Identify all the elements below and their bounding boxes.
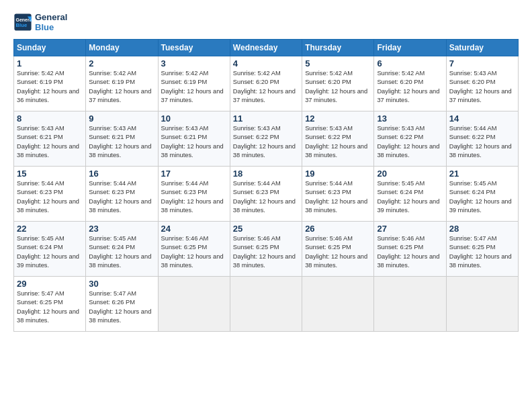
page: General Blue General Blue SundayMondayTu… — [0, 0, 532, 411]
calendar-body: 1Sunrise: 5:42 AMSunset: 6:19 PMDaylight… — [14, 56, 519, 332]
calendar-cell: 21Sunrise: 5:45 AMSunset: 6:24 PMDayligh… — [446, 167, 518, 222]
logo: General Blue General Blue — [13, 12, 67, 32]
day-info: Sunrise: 5:42 AMSunset: 6:19 PMDaylight:… — [161, 69, 227, 105]
calendar-cell: 13Sunrise: 5:43 AMSunset: 6:22 PMDayligh… — [374, 111, 446, 167]
weekday-header-wednesday: Wednesday — [230, 40, 302, 56]
calendar-cell — [158, 277, 230, 332]
header: General Blue General Blue — [13, 12, 519, 32]
day-info: Sunrise: 5:43 AMSunset: 6:21 PMDaylight:… — [17, 124, 83, 161]
day-number: 1 — [17, 58, 83, 68]
day-info: Sunrise: 5:45 AMSunset: 6:24 PMDaylight:… — [449, 179, 515, 216]
logo-icon: General Blue — [13, 13, 32, 32]
day-info: Sunrise: 5:43 AMSunset: 6:22 PMDaylight:… — [305, 124, 371, 161]
day-info: Sunrise: 5:46 AMSunset: 6:25 PMDaylight:… — [161, 234, 227, 271]
calendar-cell: 22Sunrise: 5:45 AMSunset: 6:24 PMDayligh… — [14, 222, 86, 277]
day-number: 19 — [305, 169, 371, 179]
day-info: Sunrise: 5:43 AMSunset: 6:20 PMDaylight:… — [449, 69, 515, 105]
day-info: Sunrise: 5:43 AMSunset: 6:21 PMDaylight:… — [161, 124, 227, 161]
day-number: 24 — [161, 224, 227, 234]
day-info: Sunrise: 5:42 AMSunset: 6:20 PMDaylight:… — [305, 69, 371, 105]
calendar-cell: 3Sunrise: 5:42 AMSunset: 6:19 PMDaylight… — [158, 56, 230, 111]
day-number: 13 — [377, 113, 443, 124]
weekday-header-saturday: Saturday — [446, 40, 518, 56]
day-number: 29 — [17, 279, 83, 289]
day-number: 9 — [89, 113, 154, 124]
weekday-header-monday: Monday — [86, 40, 158, 56]
day-info: Sunrise: 5:46 AMSunset: 6:25 PMDaylight:… — [377, 234, 443, 271]
day-number: 27 — [377, 224, 443, 234]
day-number: 3 — [161, 58, 227, 68]
day-info: Sunrise: 5:44 AMSunset: 6:23 PMDaylight:… — [89, 179, 154, 216]
calendar-cell — [230, 277, 302, 332]
day-number: 18 — [233, 169, 299, 179]
calendar-cell: 19Sunrise: 5:44 AMSunset: 6:23 PMDayligh… — [302, 167, 374, 222]
calendar-cell: 14Sunrise: 5:44 AMSunset: 6:22 PMDayligh… — [446, 111, 518, 167]
calendar-cell: 29Sunrise: 5:47 AMSunset: 6:25 PMDayligh… — [14, 277, 86, 332]
logo-text: General Blue — [35, 12, 67, 32]
day-info: Sunrise: 5:47 AMSunset: 6:26 PMDaylight:… — [89, 289, 154, 326]
calendar-cell: 23Sunrise: 5:45 AMSunset: 6:24 PMDayligh… — [86, 222, 158, 277]
day-number: 21 — [449, 169, 515, 179]
day-info: Sunrise: 5:43 AMSunset: 6:22 PMDaylight:… — [233, 124, 299, 161]
calendar-cell: 27Sunrise: 5:46 AMSunset: 6:25 PMDayligh… — [374, 222, 446, 277]
day-info: Sunrise: 5:45 AMSunset: 6:24 PMDaylight:… — [17, 234, 83, 271]
day-number: 22 — [17, 224, 83, 234]
calendar-cell: 18Sunrise: 5:44 AMSunset: 6:23 PMDayligh… — [230, 167, 302, 222]
calendar-cell: 10Sunrise: 5:43 AMSunset: 6:21 PMDayligh… — [158, 111, 230, 167]
day-info: Sunrise: 5:44 AMSunset: 6:23 PMDaylight:… — [17, 179, 83, 216]
day-info: Sunrise: 5:45 AMSunset: 6:24 PMDaylight:… — [377, 179, 443, 216]
week-row-3: 15Sunrise: 5:44 AMSunset: 6:23 PMDayligh… — [14, 167, 519, 222]
week-row-1: 1Sunrise: 5:42 AMSunset: 6:19 PMDaylight… — [14, 56, 519, 111]
day-number: 20 — [377, 169, 443, 179]
calendar-cell: 9Sunrise: 5:43 AMSunset: 6:21 PMDaylight… — [86, 111, 158, 167]
calendar-cell: 11Sunrise: 5:43 AMSunset: 6:22 PMDayligh… — [230, 111, 302, 167]
calendar-cell: 25Sunrise: 5:46 AMSunset: 6:25 PMDayligh… — [230, 222, 302, 277]
day-number: 12 — [305, 113, 371, 124]
weekday-header-friday: Friday — [374, 40, 446, 56]
calendar-cell: 4Sunrise: 5:42 AMSunset: 6:20 PMDaylight… — [230, 56, 302, 111]
week-row-5: 29Sunrise: 5:47 AMSunset: 6:25 PMDayligh… — [14, 277, 519, 332]
calendar-cell: 20Sunrise: 5:45 AMSunset: 6:24 PMDayligh… — [374, 167, 446, 222]
weekday-header-sunday: Sunday — [14, 40, 86, 56]
svg-text:Blue: Blue — [16, 22, 28, 28]
day-number: 23 — [89, 224, 154, 234]
calendar-cell: 26Sunrise: 5:46 AMSunset: 6:25 PMDayligh… — [302, 222, 374, 277]
day-info: Sunrise: 5:43 AMSunset: 6:21 PMDaylight:… — [89, 124, 154, 161]
calendar-cell: 30Sunrise: 5:47 AMSunset: 6:26 PMDayligh… — [86, 277, 158, 332]
day-number: 26 — [305, 224, 371, 234]
day-number: 15 — [17, 169, 83, 179]
day-number: 17 — [161, 169, 227, 179]
day-number: 14 — [449, 113, 515, 124]
calendar-cell: 17Sunrise: 5:44 AMSunset: 6:23 PMDayligh… — [158, 167, 230, 222]
day-info: Sunrise: 5:42 AMSunset: 6:20 PMDaylight:… — [377, 69, 443, 105]
calendar-cell: 5Sunrise: 5:42 AMSunset: 6:20 PMDaylight… — [302, 56, 374, 111]
week-row-4: 22Sunrise: 5:45 AMSunset: 6:24 PMDayligh… — [14, 222, 519, 277]
calendar-cell: 7Sunrise: 5:43 AMSunset: 6:20 PMDaylight… — [446, 56, 518, 111]
calendar-cell — [302, 277, 374, 332]
calendar-cell — [374, 277, 446, 332]
calendar-cell: 24Sunrise: 5:46 AMSunset: 6:25 PMDayligh… — [158, 222, 230, 277]
day-number: 8 — [17, 113, 83, 124]
day-number: 5 — [305, 58, 371, 68]
day-info: Sunrise: 5:43 AMSunset: 6:22 PMDaylight:… — [377, 124, 443, 161]
calendar-cell: 1Sunrise: 5:42 AMSunset: 6:19 PMDaylight… — [14, 56, 86, 111]
day-info: Sunrise: 5:44 AMSunset: 6:23 PMDaylight:… — [233, 179, 299, 216]
calendar-cell: 6Sunrise: 5:42 AMSunset: 6:20 PMDaylight… — [374, 56, 446, 111]
calendar-cell: 28Sunrise: 5:47 AMSunset: 6:25 PMDayligh… — [446, 222, 518, 277]
week-row-2: 8Sunrise: 5:43 AMSunset: 6:21 PMDaylight… — [14, 111, 519, 167]
weekday-header-thursday: Thursday — [302, 40, 374, 56]
day-number: 10 — [161, 113, 227, 124]
calendar-cell: 15Sunrise: 5:44 AMSunset: 6:23 PMDayligh… — [14, 167, 86, 222]
day-info: Sunrise: 5:46 AMSunset: 6:25 PMDaylight:… — [233, 234, 299, 271]
day-number: 30 — [89, 279, 154, 289]
calendar-cell: 2Sunrise: 5:42 AMSunset: 6:19 PMDaylight… — [86, 56, 158, 111]
day-info: Sunrise: 5:47 AMSunset: 6:25 PMDaylight:… — [17, 289, 83, 326]
day-info: Sunrise: 5:44 AMSunset: 6:23 PMDaylight:… — [305, 179, 371, 216]
day-info: Sunrise: 5:42 AMSunset: 6:19 PMDaylight:… — [89, 69, 154, 105]
day-info: Sunrise: 5:42 AMSunset: 6:20 PMDaylight:… — [233, 69, 299, 105]
day-info: Sunrise: 5:47 AMSunset: 6:25 PMDaylight:… — [449, 234, 515, 271]
calendar-cell: 16Sunrise: 5:44 AMSunset: 6:23 PMDayligh… — [86, 167, 158, 222]
day-info: Sunrise: 5:46 AMSunset: 6:25 PMDaylight:… — [305, 234, 371, 271]
calendar-cell — [446, 277, 518, 332]
day-number: 6 — [377, 58, 443, 68]
